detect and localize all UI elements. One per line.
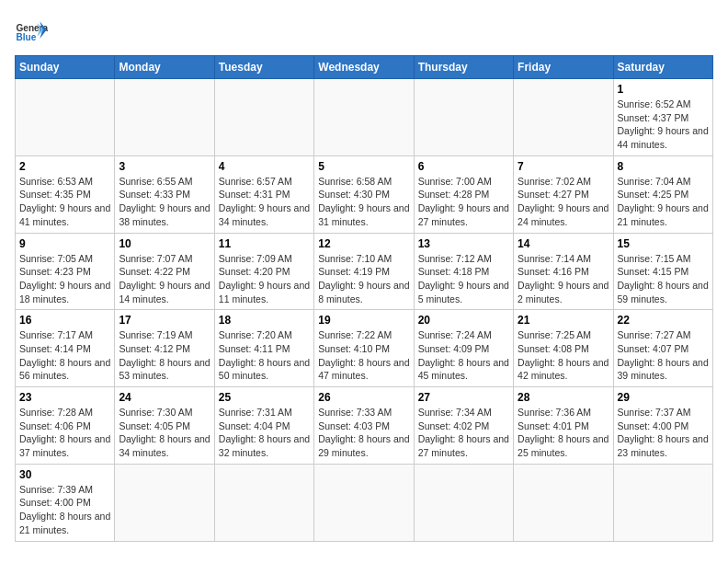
page-header: General Blue [15,15,713,48]
day-info: Sunrise: 7:07 AM Sunset: 4:22 PM Dayligh… [119,252,210,306]
day-info: Sunrise: 7:17 AM Sunset: 4:14 PM Dayligh… [19,328,110,383]
calendar-week-row: 1Sunrise: 6:52 AM Sunset: 4:37 PM Daylig… [16,79,713,156]
day-info: Sunrise: 7:10 AM Sunset: 4:19 PM Dayligh… [318,252,409,306]
calendar-week-row: 9Sunrise: 7:05 AM Sunset: 4:23 PM Daylig… [16,233,713,310]
calendar-day-cell: 23Sunrise: 7:28 AM Sunset: 4:06 PM Dayli… [16,387,115,465]
calendar-day-cell: 9Sunrise: 7:05 AM Sunset: 4:23 PM Daylig… [16,233,115,310]
day-info: Sunrise: 7:33 AM Sunset: 4:03 PM Dayligh… [318,406,409,460]
day-number: 2 [19,160,110,173]
calendar-day-cell [414,79,513,156]
day-number: 14 [518,237,609,250]
day-info: Sunrise: 7:30 AM Sunset: 4:05 PM Dayligh… [119,406,210,460]
calendar-day-cell: 8Sunrise: 7:04 AM Sunset: 4:25 PM Daylig… [613,155,712,233]
day-info: Sunrise: 7:25 AM Sunset: 4:08 PM Dayligh… [518,328,609,383]
day-info: Sunrise: 7:27 AM Sunset: 4:07 PM Dayligh… [618,328,709,383]
day-number: 6 [418,160,509,173]
calendar-day-cell: 21Sunrise: 7:25 AM Sunset: 4:08 PM Dayli… [514,310,613,387]
calendar-day-cell: 22Sunrise: 7:27 AM Sunset: 4:07 PM Dayli… [613,310,712,387]
day-of-week-header: Saturday [613,56,712,79]
calendar-day-cell [214,464,313,541]
day-number: 28 [518,391,609,404]
day-number: 26 [318,391,409,404]
calendar-day-cell: 10Sunrise: 7:07 AM Sunset: 4:22 PM Dayli… [115,233,214,310]
day-info: Sunrise: 7:36 AM Sunset: 4:01 PM Dayligh… [518,406,609,460]
day-number: 7 [518,160,609,173]
day-of-week-header: Sunday [16,56,115,79]
day-info: Sunrise: 7:37 AM Sunset: 4:00 PM Dayligh… [618,406,709,460]
calendar-week-row: 2Sunrise: 6:53 AM Sunset: 4:35 PM Daylig… [16,155,713,233]
calendar-day-cell: 11Sunrise: 7:09 AM Sunset: 4:20 PM Dayli… [214,233,313,310]
calendar-day-cell: 7Sunrise: 7:02 AM Sunset: 4:27 PM Daylig… [514,155,613,233]
day-number: 27 [418,391,509,404]
day-number: 16 [19,314,110,327]
calendar-day-cell [314,464,414,541]
day-number: 3 [119,160,210,173]
day-info: Sunrise: 7:20 AM Sunset: 4:11 PM Dayligh… [219,328,310,383]
logo: General Blue [15,15,51,48]
calendar-week-row: 16Sunrise: 7:17 AM Sunset: 4:14 PM Dayli… [16,310,713,387]
calendar-day-cell: 25Sunrise: 7:31 AM Sunset: 4:04 PM Dayli… [214,387,313,465]
calendar-day-cell: 1Sunrise: 6:52 AM Sunset: 4:37 PM Daylig… [613,79,712,156]
calendar-day-cell [115,79,214,156]
day-info: Sunrise: 7:02 AM Sunset: 4:27 PM Dayligh… [518,175,609,229]
calendar-day-cell: 27Sunrise: 7:34 AM Sunset: 4:02 PM Dayli… [414,387,513,465]
day-info: Sunrise: 6:57 AM Sunset: 4:31 PM Dayligh… [219,175,310,229]
calendar-day-cell [514,464,613,541]
day-info: Sunrise: 7:05 AM Sunset: 4:23 PM Dayligh… [19,252,110,306]
day-info: Sunrise: 7:19 AM Sunset: 4:12 PM Dayligh… [119,328,210,383]
svg-text:Blue: Blue [16,32,36,42]
day-of-week-header: Friday [514,56,613,79]
day-info: Sunrise: 7:14 AM Sunset: 4:16 PM Dayligh… [518,252,609,306]
day-number: 25 [219,391,310,404]
day-number: 17 [119,314,210,327]
day-number: 5 [318,160,409,173]
day-number: 21 [518,314,609,327]
day-of-week-header: Thursday [414,56,513,79]
day-number: 22 [618,314,709,327]
calendar-day-cell: 5Sunrise: 6:58 AM Sunset: 4:30 PM Daylig… [314,155,414,233]
day-info: Sunrise: 7:22 AM Sunset: 4:10 PM Dayligh… [318,328,409,383]
day-of-week-header: Tuesday [214,56,313,79]
calendar-day-cell: 6Sunrise: 7:00 AM Sunset: 4:28 PM Daylig… [414,155,513,233]
calendar-day-cell: 26Sunrise: 7:33 AM Sunset: 4:03 PM Dayli… [314,387,414,465]
day-number: 4 [219,160,310,173]
calendar-day-cell [115,464,214,541]
day-number: 29 [618,391,709,404]
day-info: Sunrise: 7:12 AM Sunset: 4:18 PM Dayligh… [418,252,509,306]
day-of-week-header: Monday [115,56,214,79]
day-info: Sunrise: 7:00 AM Sunset: 4:28 PM Dayligh… [418,175,509,229]
calendar-day-cell: 28Sunrise: 7:36 AM Sunset: 4:01 PM Dayli… [514,387,613,465]
calendar-day-cell [414,464,513,541]
calendar-day-cell: 2Sunrise: 6:53 AM Sunset: 4:35 PM Daylig… [16,155,115,233]
calendar-day-cell: 17Sunrise: 7:19 AM Sunset: 4:12 PM Dayli… [115,310,214,387]
calendar-day-cell: 18Sunrise: 7:20 AM Sunset: 4:11 PM Dayli… [214,310,313,387]
calendar-day-cell [613,464,712,541]
calendar-day-cell: 15Sunrise: 7:15 AM Sunset: 4:15 PM Dayli… [613,233,712,310]
day-number: 13 [418,237,509,250]
day-info: Sunrise: 7:28 AM Sunset: 4:06 PM Dayligh… [19,406,110,460]
calendar-week-row: 23Sunrise: 7:28 AM Sunset: 4:06 PM Dayli… [16,387,713,465]
day-info: Sunrise: 7:09 AM Sunset: 4:20 PM Dayligh… [219,252,310,306]
calendar-day-cell [514,79,613,156]
day-info: Sunrise: 7:39 AM Sunset: 4:00 PM Dayligh… [19,483,110,537]
day-number: 20 [418,314,509,327]
day-number: 8 [618,160,709,173]
day-info: Sunrise: 7:04 AM Sunset: 4:25 PM Dayligh… [618,175,709,229]
day-number: 9 [19,237,110,250]
calendar-table: SundayMondayTuesdayWednesdayThursdayFrid… [15,55,713,542]
day-number: 12 [318,237,409,250]
day-info: Sunrise: 6:58 AM Sunset: 4:30 PM Dayligh… [318,175,409,229]
calendar-day-cell: 3Sunrise: 6:55 AM Sunset: 4:33 PM Daylig… [115,155,214,233]
day-number: 10 [119,237,210,250]
day-info: Sunrise: 7:15 AM Sunset: 4:15 PM Dayligh… [618,252,709,306]
calendar-week-row: 30Sunrise: 7:39 AM Sunset: 4:00 PM Dayli… [16,464,713,541]
calendar-day-cell: 16Sunrise: 7:17 AM Sunset: 4:14 PM Dayli… [16,310,115,387]
day-of-week-header: Wednesday [314,56,414,79]
day-number: 24 [119,391,210,404]
day-number: 1 [618,83,709,96]
day-number: 18 [219,314,310,327]
calendar-day-cell [214,79,313,156]
calendar-day-cell: 20Sunrise: 7:24 AM Sunset: 4:09 PM Dayli… [414,310,513,387]
day-info: Sunrise: 6:53 AM Sunset: 4:35 PM Dayligh… [19,175,110,229]
day-number: 19 [318,314,409,327]
